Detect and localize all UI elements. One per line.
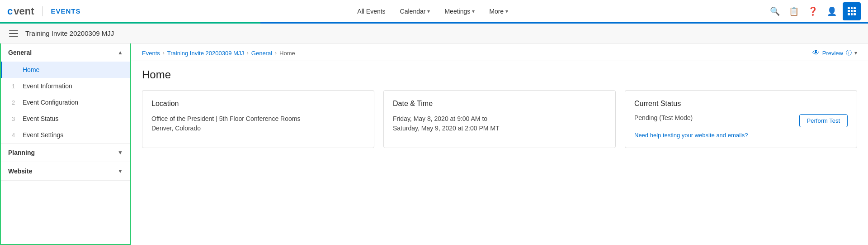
sidebar-item-event-status-label: Event Status xyxy=(23,115,58,122)
help-icon: ❓ xyxy=(808,6,818,16)
sidebar-item-event-configuration-label: Event Configuration xyxy=(23,99,78,106)
sidebar-item-home[interactable]: Home xyxy=(1,62,130,78)
breadcrumb-current: Home xyxy=(279,50,295,57)
search-icon: 🔍 xyxy=(770,6,780,16)
cvent-logo[interactable]: c vent xyxy=(7,5,34,17)
grid-icon xyxy=(848,7,856,15)
sidebar-item-event-settings[interactable]: 4 Event Settings xyxy=(1,127,130,143)
event-title: Training Invite 20200309 MJJ xyxy=(25,29,114,37)
location-card: Location Office of the President | 5th F… xyxy=(142,90,374,148)
search-button[interactable]: 🔍 xyxy=(767,3,783,19)
page-title-bar: Home xyxy=(131,61,868,90)
sidebar-item-event-configuration[interactable]: 2 Event Configuration xyxy=(1,94,130,110)
nav-links: All Events Calendar ▾ Meetings ▾ More ▾ xyxy=(99,5,767,18)
top-nav: c vent EVENTS All Events Calendar ▾ Meet… xyxy=(0,0,868,24)
page-title: Home xyxy=(142,68,857,81)
profile-icon: 👤 xyxy=(827,6,837,16)
meetings-chevron-icon: ▾ xyxy=(472,8,475,14)
secondary-bar: Training Invite 20200309 MJJ xyxy=(0,24,868,43)
perform-test-button[interactable]: Perform Test xyxy=(799,114,848,127)
event-settings-number: 4 xyxy=(12,132,18,139)
sidebar-planning-label: Planning xyxy=(8,149,35,156)
general-chevron-up-icon: ▲ xyxy=(118,49,123,56)
sidebar-section-planning: Planning ▼ xyxy=(1,144,130,162)
event-status-number: 3 xyxy=(12,115,18,122)
date-time-card-title: Date & Time xyxy=(393,100,606,108)
profile-button[interactable]: 👤 xyxy=(824,3,840,19)
calendar-chevron-icon: ▾ xyxy=(427,8,430,14)
date-time-card-content: Friday, May 8, 2020 at 9:00 AM toSaturda… xyxy=(393,114,606,133)
sidebar-website-label: Website xyxy=(8,168,32,175)
breadcrumb-bar: Events › Training Invite 20200309 MJJ › … xyxy=(131,43,868,61)
cards-row: Location Office of the President | 5th F… xyxy=(131,90,868,159)
reports-button[interactable]: 📋 xyxy=(786,3,802,19)
help-button[interactable]: ❓ xyxy=(805,3,821,19)
sidebar-section-website: Website ▼ xyxy=(1,162,130,181)
preview-eye-icon: 👁 xyxy=(812,49,820,57)
nav-more[interactable]: More ▾ xyxy=(484,5,514,18)
breadcrumb-sep-3: › xyxy=(275,50,277,56)
content-area: Events › Training Invite 20200309 MJJ › … xyxy=(131,43,868,245)
sidebar-item-event-information-label: Event Information xyxy=(23,82,72,90)
current-status-card-title: Current Status xyxy=(634,100,848,108)
preview-chevron-icon: ▾ xyxy=(854,50,857,56)
logo-area: c vent EVENTS xyxy=(7,5,81,17)
sidebar-item-home-label: Home xyxy=(23,66,39,73)
apps-grid-button[interactable] xyxy=(843,2,861,20)
event-info-number: 1 xyxy=(12,83,18,90)
breadcrumb-event-name[interactable]: Training Invite 20200309 MJJ xyxy=(167,50,244,57)
breadcrumb-general[interactable]: General xyxy=(251,50,272,57)
breadcrumb-sep-1: › xyxy=(163,50,165,56)
nav-meetings[interactable]: Meetings ▾ xyxy=(439,5,480,18)
logo-c-letter: c xyxy=(7,5,13,17)
sidebar-section-planning-header[interactable]: Planning ▼ xyxy=(1,144,130,162)
location-card-content: Office of the President | 5th Floor Conf… xyxy=(151,114,365,133)
logo-divider xyxy=(42,6,43,16)
nav-icons: 🔍 📋 ❓ 👤 xyxy=(767,2,861,20)
location-card-title: Location xyxy=(151,100,365,108)
logo-events-label: EVENTS xyxy=(51,7,81,15)
sidebar-item-event-settings-label: Event Settings xyxy=(23,131,63,139)
sidebar-general-label: General xyxy=(8,49,32,56)
breadcrumb-events[interactable]: Events xyxy=(142,50,160,57)
sidebar-section-website-header[interactable]: Website ▼ xyxy=(1,162,130,180)
breadcrumb-sep-2: › xyxy=(247,50,249,56)
event-config-number: 2 xyxy=(12,99,18,106)
hamburger-menu[interactable] xyxy=(7,29,20,38)
more-chevron-icon: ▾ xyxy=(505,8,508,14)
sidebar-item-event-information[interactable]: 1 Event Information xyxy=(1,78,130,94)
sidebar-section-general-header[interactable]: General ▲ xyxy=(1,43,130,62)
date-time-card: Date & Time Friday, May 8, 2020 at 9:00 … xyxy=(383,90,616,148)
sidebar-section-general: General ▲ Home 1 Event Information 2 Eve… xyxy=(1,43,130,144)
main-layout: General ▲ Home 1 Event Information 2 Eve… xyxy=(0,43,868,245)
help-testing-link[interactable]: Need help testing your website and email… xyxy=(634,132,748,139)
website-chevron-icon: ▼ xyxy=(118,168,123,174)
breadcrumb: Events › Training Invite 20200309 MJJ › … xyxy=(142,50,295,57)
sidebar-item-event-status[interactable]: 3 Event Status xyxy=(1,110,130,127)
preview-info-icon: ⓘ xyxy=(846,49,852,57)
planning-chevron-icon: ▼ xyxy=(118,149,123,156)
logo-vent-text: vent xyxy=(14,5,34,17)
preview-label: Preview xyxy=(822,50,843,57)
preview-area[interactable]: 👁 Preview ⓘ ▾ xyxy=(812,49,857,57)
nav-calendar[interactable]: Calendar ▾ xyxy=(395,5,436,18)
current-status-card: Current Status Perform Test Pending (Tes… xyxy=(625,90,857,148)
nav-all-events[interactable]: All Events xyxy=(352,5,391,18)
sidebar: General ▲ Home 1 Event Information 2 Eve… xyxy=(0,43,131,245)
reports-icon: 📋 xyxy=(789,6,799,16)
